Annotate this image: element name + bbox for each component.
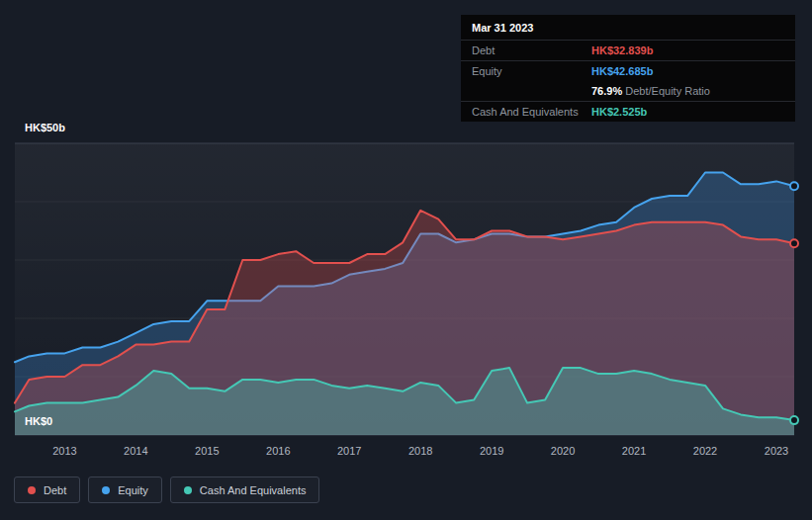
equity-series-dot-icon	[102, 486, 110, 494]
chart-tooltip: Mar 31 2023 Debt HK$32.839b Equity HK$42…	[461, 15, 795, 122]
cash-series-dot-icon	[184, 486, 192, 494]
y-axis-label-max: HK$50b	[25, 122, 65, 133]
legend-item-cash[interactable]: Cash And Equivalents	[170, 477, 320, 503]
tooltip-ratio-value: 76.9%	[591, 85, 622, 97]
legend-item-equity-label: Equity	[118, 484, 148, 496]
legend-item-equity[interactable]: Equity	[88, 477, 162, 503]
tooltip-equity-row: Equity HK$42.685b	[461, 61, 795, 81]
tooltip-ratio-row: 76.9% Debt/Equity Ratio	[461, 81, 795, 102]
tooltip-ratio-label: Debt/Equity Ratio	[625, 85, 710, 97]
debt-equity-history-page: HK$50b HK$0 2013201420152016201720182019…	[0, 0, 812, 520]
chart-legend: Debt Equity Cash And Equivalents	[14, 477, 319, 503]
tooltip-debt-label: Debt	[472, 44, 591, 56]
tooltip-cash-label: Cash And Equivalents	[472, 106, 591, 118]
tooltip-cash-value: HK$2.525b	[591, 106, 784, 118]
tooltip-ratio: 76.9% Debt/Equity Ratio	[591, 85, 784, 97]
tooltip-date: Mar 31 2023	[461, 15, 795, 41]
cash-and-equivalents-endpoint-marker[interactable]	[790, 416, 798, 424]
debt-endpoint-marker[interactable]	[790, 239, 798, 247]
tooltip-debt-value: HK$32.839b	[591, 44, 784, 56]
legend-item-debt-label: Debt	[44, 484, 66, 496]
y-axis-label-zero: HK$0	[25, 415, 52, 427]
tooltip-equity-label: Equity	[472, 65, 591, 77]
equity-endpoint-marker[interactable]	[790, 182, 798, 190]
legend-item-debt[interactable]: Debt	[14, 477, 80, 503]
tooltip-equity-value: HK$42.685b	[591, 65, 784, 77]
legend-item-cash-label: Cash And Equivalents	[200, 484, 307, 496]
tooltip-debt-row: Debt HK$32.839b	[461, 41, 795, 61]
tooltip-cash-row: Cash And Equivalents HK$2.525b	[461, 102, 795, 122]
debt-series-dot-icon	[28, 486, 36, 494]
